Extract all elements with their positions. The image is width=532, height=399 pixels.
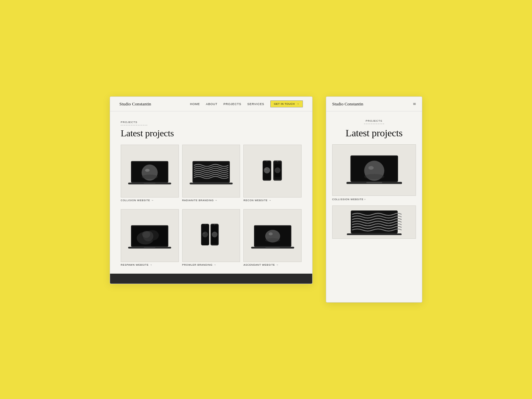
mobile-header: Studio Constantin ≡ <box>326 97 422 111</box>
desktop-logo: Studio Constantin <box>119 101 151 107</box>
desktop-project-label-collision: COLLISION WEBSITE → <box>121 199 179 202</box>
svg-point-31 <box>202 232 208 237</box>
desktop-projects-grid-row2: RESPAWN WEBSITE → <box>121 209 302 270</box>
svg-point-40 <box>265 238 280 242</box>
desktop-project-item-recon: RECON WEBSITE → <box>243 145 302 206</box>
desktop-project-card-radianite[interactable] <box>182 145 240 198</box>
desktop-project-card-respawn[interactable] <box>121 209 179 262</box>
mobile-mockup: Studio Constantin ≡ PROJECTS Latest proj… <box>326 96 422 303</box>
desktop-eyebrow-underline <box>121 125 147 125</box>
svg-point-13 <box>264 167 270 173</box>
desktop-project-card-collision[interactable] <box>121 145 179 198</box>
hamburger-icon[interactable]: ≡ <box>413 101 416 107</box>
desktop-project-item-respawn: RESPAWN WEBSITE → <box>121 209 179 270</box>
svg-point-12 <box>266 161 267 162</box>
desktop-project-label-recon: RECON WEBSITE → <box>243 199 302 202</box>
svg-point-41 <box>269 233 273 236</box>
mobile-logo: Studio Constantin <box>332 101 363 107</box>
svg-rect-53 <box>347 233 402 235</box>
svg-point-47 <box>364 174 384 179</box>
canvas: Studio Constantin HOME ABOUT PROJECTS SE… <box>96 70 436 329</box>
desktop-eyebrow: PROJECTS <box>121 121 302 124</box>
mobile-project-card-radianite[interactable] <box>332 205 416 239</box>
mobile-eyebrow: PROJECTS <box>332 119 416 122</box>
svg-point-25 <box>142 231 150 238</box>
desktop-project-card-prowler[interactable] <box>182 209 240 262</box>
desktop-project-label-radianite: RADIANITE BRANDING → <box>182 199 240 202</box>
svg-point-32 <box>203 233 205 234</box>
desktop-project-card-ascendant[interactable] <box>243 209 302 262</box>
desktop-project-label-prowler: PROWLER BRANDING → <box>182 263 240 266</box>
svg-point-30 <box>204 224 205 225</box>
nav-projects[interactable]: PROJECTS <box>223 102 241 106</box>
svg-rect-50 <box>366 182 382 183</box>
svg-point-35 <box>214 224 215 225</box>
desktop-project-item-radianite: RADIANITE BRANDING → <box>182 145 240 206</box>
mobile-project-card-collision[interactable] <box>332 144 416 196</box>
mobile-project-label-collision: COLLISSION WEBSITE › <box>332 198 416 201</box>
svg-rect-6 <box>144 183 156 184</box>
svg-rect-27 <box>144 247 156 248</box>
mobile-eyebrow-underline <box>364 124 384 124</box>
svg-rect-43 <box>265 247 280 248</box>
svg-point-48 <box>368 166 374 170</box>
svg-point-3 <box>142 175 158 179</box>
desktop-projects-grid-row1: COLLISION WEBSITE → <box>121 145 302 206</box>
desktop-mockup: Studio Constantin HOME ABOUT PROJECTS SE… <box>110 96 313 284</box>
cta-arrow: → <box>297 102 299 105</box>
cta-label: GET IN TOUCH <box>274 102 295 105</box>
svg-point-17 <box>277 161 278 162</box>
svg-rect-9 <box>190 183 232 184</box>
mobile-section-title: Latest projects <box>332 127 416 138</box>
desktop-project-label-ascendant: ASCENDANT WEBSITE → <box>243 263 302 266</box>
desktop-header: Studio Constantin HOME ABOUT PROJECTS SE… <box>110 97 312 111</box>
cta-button[interactable]: GET IN TOUCH → <box>270 100 303 107</box>
desktop-footer <box>110 274 312 284</box>
svg-point-14 <box>265 169 266 170</box>
svg-point-4 <box>145 169 150 172</box>
desktop-section-title: Latest projects <box>121 128 302 139</box>
nav-about[interactable]: ABOUT <box>206 102 217 106</box>
svg-point-36 <box>212 232 217 237</box>
desktop-project-label-respawn: RESPAWN WEBSITE → <box>121 263 179 266</box>
desktop-nav: HOME ABOUT PROJECTS SERVICES GET IN TOUC… <box>190 100 303 107</box>
nav-services[interactable]: SERVICES <box>247 102 264 106</box>
nav-home[interactable]: HOME <box>190 102 200 106</box>
desktop-content: PROJECTS Latest projects <box>110 111 312 270</box>
desktop-project-card-recon[interactable] <box>243 145 302 198</box>
svg-point-19 <box>275 167 280 173</box>
desktop-project-item-collision: COLLISION WEBSITE → <box>121 145 179 206</box>
desktop-project-item-ascendant: ASCENDANT WEBSITE → <box>243 209 302 270</box>
mobile-content: PROJECTS Latest projects COLLISSION WEBS… <box>326 111 422 239</box>
desktop-project-item-prowler: PROWLER BRANDING → <box>182 209 240 270</box>
